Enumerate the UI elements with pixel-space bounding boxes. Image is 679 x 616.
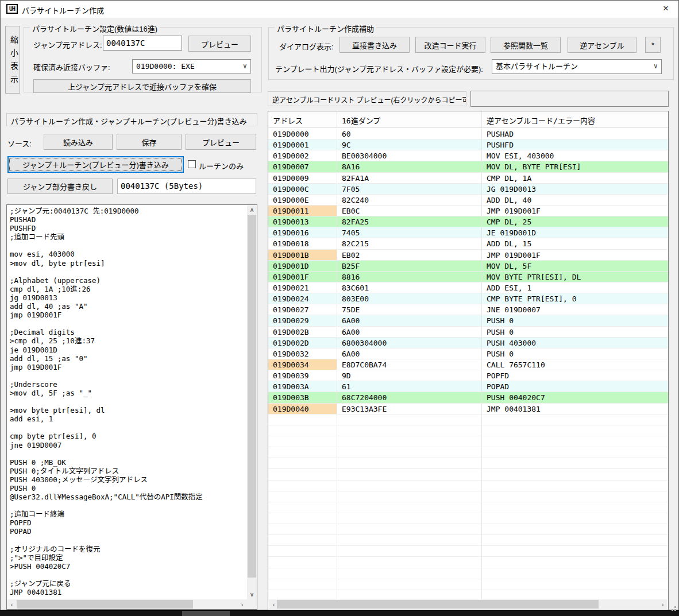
shrink-display-button[interactable]: 縮小表示 xyxy=(5,26,20,94)
code-cell: PUSH 0 xyxy=(482,327,668,337)
address-cell: 019D0001 xyxy=(268,140,337,150)
disasm-row[interactable]: 019D00019CPUSHFD xyxy=(268,140,668,150)
hex-cell: 7F05 xyxy=(337,184,482,194)
disasm-row[interactable]: 019D00167405JE 019D001D xyxy=(268,227,668,238)
hex-cell: 6A00 xyxy=(337,327,482,337)
disasm-row[interactable]: 019D002183C601ADD ESI, 1 xyxy=(268,282,668,293)
disasm-row[interactable]: 019D000060PUSHAD xyxy=(268,129,668,140)
jump-source-address-input[interactable]: 0040137C xyxy=(103,36,182,51)
resize-grip[interactable] xyxy=(674,606,676,608)
address-cell: 019D002D xyxy=(268,338,337,348)
scrollbar-corner xyxy=(247,599,257,609)
disasm-row[interactable]: 019D001882C215ADD DL, 15 xyxy=(268,238,668,249)
load-button[interactable]: 読み込み xyxy=(44,134,113,150)
disasm-row[interactable]: 019D0002BE00304000MOV ESI, 403000 xyxy=(268,150,668,161)
dialog-display-label: ダイアログ表示: xyxy=(279,41,334,52)
disasm-row[interactable]: 019D0024803E00CMP BYTE PTR[ESI], 0 xyxy=(268,293,668,304)
disasm-row[interactable]: 019D0040E93C13A3FEJMP 00401381 xyxy=(268,404,668,414)
scroll-right-icon[interactable]: › xyxy=(658,599,668,609)
empty-cell xyxy=(337,447,482,458)
empty-cell xyxy=(268,469,337,479)
referenced-functions-button[interactable]: 参照関数一覧 xyxy=(491,37,561,53)
table-hscrollbar[interactable]: ‹ › xyxy=(269,599,668,609)
table-hscrollbar-thumb[interactable] xyxy=(277,600,599,609)
disasm-row[interactable]: 019D001F8816MOV BYTE PTR[ESI], DL xyxy=(268,272,668,282)
disasm-row[interactable]: 019D001DB25FMOV DL, 5F xyxy=(268,261,668,272)
star-button[interactable]: * xyxy=(645,37,661,53)
disasm-row-empty xyxy=(268,513,668,524)
column-header-hexdump[interactable]: 16進ダンプ xyxy=(337,111,482,127)
disasm-row[interactable]: 019D003A61POPAD xyxy=(268,381,668,392)
scroll-down-icon[interactable]: ∨ xyxy=(247,590,257,599)
preview-button-source[interactable]: プレビュー xyxy=(186,134,256,150)
disasm-row-empty xyxy=(268,436,668,447)
disasm-row[interactable]: 019D002B6A00PUSH 0 xyxy=(268,327,668,338)
code-cell: ADD ESI, 1 xyxy=(482,282,668,293)
disasm-row[interactable]: 019D000982FA1ACMP DL, 1A xyxy=(268,173,668,184)
hex-cell: 60 xyxy=(337,129,482,139)
address-cell: 019D003A xyxy=(268,381,337,392)
cheat-code-exec-button[interactable]: 改造コード実行 xyxy=(415,37,485,53)
empty-cell xyxy=(268,590,337,600)
disasm-row[interactable]: 019D000E82C240ADD DL, 40 xyxy=(268,195,668,206)
code-cell: JNE 019D0007 xyxy=(482,304,668,315)
disasm-row[interactable]: 019D002D6800304000PUSH 403000 xyxy=(268,338,668,348)
column-header-address[interactable]: アドレス xyxy=(268,111,337,127)
source-editor[interactable]: ;ジャンプ元:0040137C 先:019D0000 PUSHAD PUSHFD… xyxy=(6,204,257,610)
editor-vscrollbar-thumb[interactable] xyxy=(248,215,256,578)
hex-cell: E8D7C0BA74 xyxy=(337,359,482,370)
empty-cell xyxy=(337,513,482,524)
chevron-down-icon: ∨ xyxy=(243,60,247,73)
empty-cell xyxy=(482,414,668,425)
editor-hscrollbar[interactable]: ‹ › xyxy=(7,599,247,609)
scroll-up-icon[interactable]: ∧ xyxy=(247,205,257,215)
address-cell: 019D0000 xyxy=(268,129,337,139)
disasm-row[interactable]: 019D0011EB0CJMP 019D001F xyxy=(268,206,668,216)
routine-only-checkbox[interactable] xyxy=(188,160,196,168)
direct-write-button[interactable]: 直接書き込み xyxy=(340,37,410,53)
hex-cell: 6A00 xyxy=(337,315,482,326)
disasm-row[interactable]: 019D001BEB02JMP 019D001F xyxy=(268,250,668,261)
template-dropdown[interactable]: 基本パラサイトルーチン ∨ xyxy=(492,59,662,74)
save-button[interactable]: 保存 xyxy=(117,134,182,150)
scroll-right-icon[interactable]: › xyxy=(237,599,247,609)
jump-source-address-label: ジャンプ元アドレス: xyxy=(33,39,102,50)
empty-cell xyxy=(337,535,482,545)
address-cell: 019D0009 xyxy=(268,173,337,183)
allocate-buffer-button[interactable]: 上ジャンプ元アドレスで近接バッファを確保 xyxy=(33,79,251,93)
column-header-code[interactable]: 逆アセンブルコード/エラー内容 xyxy=(482,111,668,127)
disasm-row[interactable]: 019D003B68C7204000PUSH 004020C7 xyxy=(268,392,668,403)
restore-jump-button[interactable]: ジャンプ部分書き戻し xyxy=(7,179,113,194)
buffer-dropdown[interactable]: 019D0000: EXE ∨ xyxy=(132,59,251,73)
editor-vscrollbar[interactable]: ∧ ∨ xyxy=(247,205,257,599)
empty-cell xyxy=(268,481,337,491)
empty-cell xyxy=(268,557,337,567)
editor-hscrollbar-thumb[interactable] xyxy=(17,600,193,609)
address-cell: 019D0032 xyxy=(268,348,337,359)
empty-cell xyxy=(337,579,482,590)
hex-cell: B25F xyxy=(337,261,482,271)
empty-cell xyxy=(482,513,668,524)
close-button[interactable]: × xyxy=(654,1,677,17)
disasm-row[interactable]: 019D00296A00PUSH 0 xyxy=(268,315,668,326)
disasm-row[interactable]: 019D001382FA25CMP DL, 25 xyxy=(268,216,668,227)
empty-cell xyxy=(482,469,668,479)
write-jump-routine-button[interactable]: ジャンプ＋ルーチン(プレビュー分)書き込み xyxy=(7,156,184,173)
disasm-row[interactable]: 019D00326A00PUSH 0 xyxy=(268,348,668,359)
disasm-rows: 019D000060PUSHAD019D00019CPUSHFD019D0002… xyxy=(268,129,668,600)
disasm-row[interactable]: 019D0034E8D7C0BA74CALL 7657C110 xyxy=(268,359,668,370)
scroll-left-icon[interactable]: ‹ xyxy=(7,599,17,609)
empty-cell xyxy=(482,557,668,567)
empty-cell xyxy=(268,502,337,513)
source-code[interactable]: ;ジャンプ元:0040137C 先:019D0000 PUSHAD PUSHFD… xyxy=(10,207,246,598)
disassemble-button[interactable]: 逆アセンブル xyxy=(568,37,636,53)
disasm-row[interactable]: 019D00399DPOPFD xyxy=(268,370,668,381)
preview-button-settings[interactable]: プレビュー xyxy=(188,36,251,52)
disasm-row[interactable]: 019D000C7F05JG 019D0013 xyxy=(268,184,668,195)
taskbar-item xyxy=(182,611,230,616)
disasm-row[interactable]: 019D002775DEJNE 019D0007 xyxy=(268,304,668,315)
disasm-row-empty xyxy=(268,546,668,557)
empty-cell xyxy=(337,546,482,556)
disasm-row[interactable]: 019D00078A16MOV DL, BYTE PTR[ESI] xyxy=(268,161,668,172)
empty-cell xyxy=(482,447,668,458)
